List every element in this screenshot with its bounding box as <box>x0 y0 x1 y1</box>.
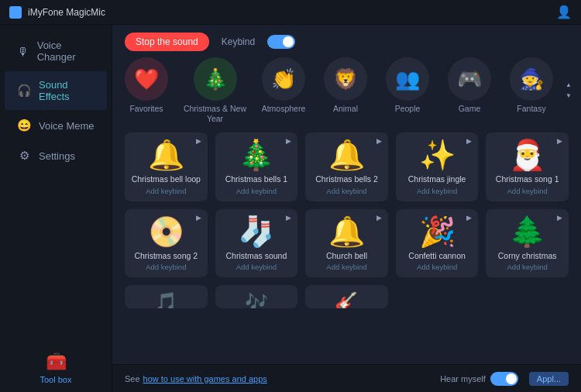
christmas-bell-loop-emoji: 🔔 <box>148 140 184 170</box>
christmas-sound-keybind[interactable]: Add keybind <box>236 263 277 271</box>
sound-card-partial-0[interactable]: 🎵 <box>125 285 208 308</box>
christmas-bell-loop-keybind[interactable]: Add keybind <box>146 187 186 195</box>
christmas-jingle-keybind[interactable]: Add keybind <box>417 187 457 195</box>
christmas-song-2-emoji: 📀 <box>148 217 184 246</box>
sidebar-item-sound-effects[interactable]: 🎧 Sound Effects <box>5 71 107 110</box>
sound-card-partial-1[interactable]: 🎶 <box>215 285 298 308</box>
sidebar-item-label: Voice Changer <box>37 40 95 63</box>
sound-card-corny-christmas[interactable]: ▶ 🌲 Corny christmas Add keybind <box>486 209 569 278</box>
people-icon: 👥 <box>386 57 429 101</box>
confetti-cannon-emoji: 🎉 <box>419 217 456 246</box>
top-bar: Stop the sound Keybind <box>112 25 581 57</box>
user-icon[interactable]: 👤 <box>556 5 572 19</box>
people-label: People <box>395 104 421 114</box>
church-bell-keybind[interactable]: Add keybind <box>326 263 366 271</box>
sidebar-item-voice-meme[interactable]: 😄 Voice Meme <box>5 111 107 140</box>
sound-card-confetti-cannon[interactable]: ▶ 🎉 Confetti cannon Add keybind <box>396 209 479 278</box>
christmas-label: Christmas & New Year <box>180 104 249 123</box>
confetti-cannon-name: Confetti cannon <box>408 251 466 262</box>
sidebar: 🎙 Voice Changer 🎧 Sound Effects 😄 Voice … <box>0 25 112 392</box>
voice-changer-icon: 🎙 <box>17 45 29 58</box>
hear-myself-toggle[interactable] <box>490 372 518 386</box>
sidebar-item-label: Sound Effects <box>39 79 95 102</box>
settings-icon: ⚙ <box>17 149 31 163</box>
christmas-bells-1-keybind[interactable]: Add keybind <box>236 187 277 195</box>
sidebar-item-voice-changer[interactable]: 🎙 Voice Changer <box>5 32 107 70</box>
christmas-bells-2-name: Christmas bells 2 <box>315 174 378 185</box>
scroll-down-arrow[interactable]: ▼ <box>562 91 575 101</box>
christmas-song-2-name: Christmas song 2 <box>134 251 198 262</box>
sound-card-christmas-sound[interactable]: ▶ 🧦 Christmas sound Add keybind <box>215 209 298 278</box>
stop-sound-button[interactable]: Stop the sound <box>125 33 209 51</box>
christmas-jingle-name: Christmas jingle <box>408 174 466 185</box>
christmas-bells-1-emoji: 🎄 <box>238 140 274 170</box>
main-layout: 🎙 Voice Changer 🎧 Sound Effects 😄 Voice … <box>0 25 581 392</box>
play-indicator: ▶ <box>286 137 291 145</box>
sound-grid-container: ▶ 🔔 Christmas bell loop Add keybind ▶ 🎄 … <box>112 129 581 364</box>
christmas-song-1-emoji: 🎅 <box>509 140 545 170</box>
christmas-song-1-keybind[interactable]: Add keybind <box>507 187 548 195</box>
christmas-sound-name: Christmas sound <box>226 251 287 262</box>
how-to-use-link[interactable]: how to use with games and apps <box>143 374 267 383</box>
toolbox-label: Tool box <box>40 375 72 384</box>
apply-button[interactable]: Appl... <box>529 372 569 386</box>
category-animal[interactable]: 🦁Animal <box>318 57 373 123</box>
category-game[interactable]: 🎮Game <box>442 57 497 123</box>
atmosphere-icon: 👏 <box>262 57 305 101</box>
title-bar: iMyFone MagicMic 👤 <box>0 0 581 25</box>
fantasy-icon: 🧙 <box>510 57 553 101</box>
game-icon: 🎮 <box>448 57 491 101</box>
confetti-cannon-keybind[interactable]: Add keybind <box>417 263 457 271</box>
content-area: Stop the sound Keybind ❤️Favorites🎄Chris… <box>112 25 581 392</box>
sidebar-item-label: Voice Meme <box>39 120 95 132</box>
christmas-bells-2-keybind[interactable]: Add keybind <box>326 187 366 195</box>
category-area: ❤️Favorites🎄Christmas & New Year👏Atmosph… <box>112 57 581 129</box>
christmas-bells-1-name: Christmas bells 1 <box>225 174 288 185</box>
scroll-arrows: ▲ ▼ <box>562 81 575 101</box>
christmas-song-1-name: Christmas song 1 <box>496 174 559 185</box>
category-favorites[interactable]: ❤️Favorites <box>119 57 174 123</box>
sound-card-christmas-jingle[interactable]: ▶ ✨ Christmas jingle Add keybind <box>396 132 479 201</box>
category-atmosphere[interactable]: 👏Atmosphere <box>256 57 311 123</box>
keybind-toggle[interactable] <box>267 35 295 49</box>
corny-christmas-name: Corny christmas <box>498 251 557 262</box>
see-text: See <box>125 374 140 383</box>
sound-card-partial-2[interactable]: 🎸 <box>305 285 388 308</box>
favorites-label: Favorites <box>129 104 163 114</box>
category-christmas[interactable]: 🎄Christmas & New Year <box>180 57 249 123</box>
christmas-sound-emoji: 🧦 <box>238 217 274 246</box>
app-icon <box>9 6 22 19</box>
category-fantasy[interactable]: 🧙Fantasy <box>504 57 559 123</box>
sound-card-church-bell[interactable]: ▶ 🔔 Church bell Add keybind <box>305 209 388 278</box>
sound-card-christmas-song-2[interactable]: ▶ 📀 Christmas song 2 Add keybind <box>125 209 208 278</box>
play-indicator: ▶ <box>376 214 382 222</box>
christmas-icon: 🎄 <box>194 57 237 101</box>
favorites-icon: ❤️ <box>125 57 168 101</box>
animal-label: Animal <box>333 104 358 114</box>
fantasy-label: Fantasy <box>517 104 545 114</box>
corny-christmas-emoji: 🌲 <box>509 217 545 246</box>
play-indicator: ▶ <box>557 137 562 145</box>
christmas-song-2-keybind[interactable]: Add keybind <box>146 263 186 271</box>
scroll-up-arrow[interactable]: ▲ <box>562 81 575 90</box>
app-title: iMyFone MagicMic <box>28 7 105 18</box>
sidebar-item-label: Settings <box>39 150 75 162</box>
play-indicator: ▶ <box>376 137 382 145</box>
categories-scroll: ❤️Favorites🎄Christmas & New Year👏Atmosph… <box>119 57 559 123</box>
hear-myself-label: Hear myself <box>440 374 486 383</box>
category-people[interactable]: 👥People <box>380 57 435 123</box>
sound-card-christmas-bell-loop[interactable]: ▶ 🔔 Christmas bell loop Add keybind <box>125 132 208 201</box>
play-indicator: ▶ <box>196 214 201 222</box>
corny-christmas-keybind[interactable]: Add keybind <box>507 263 548 271</box>
atmosphere-label: Atmosphere <box>262 104 306 114</box>
toolbox-icon: 🧰 <box>46 352 67 372</box>
christmas-bell-loop-name: Christmas bell loop <box>132 174 201 185</box>
play-indicator: ▶ <box>557 214 562 222</box>
sound-card-christmas-bells-1[interactable]: ▶ 🎄 Christmas bells 1 Add keybind <box>215 132 298 201</box>
sidebar-item-settings[interactable]: ⚙ Settings <box>5 141 107 170</box>
sound-card-christmas-song-1[interactable]: ▶ 🎅 Christmas song 1 Add keybind <box>486 132 569 201</box>
toolbox-button[interactable]: 🧰 Tool box <box>0 344 112 392</box>
play-indicator: ▶ <box>466 214 472 222</box>
sound-card-christmas-bells-2[interactable]: ▶ 🔔 Christmas bells 2 Add keybind <box>305 132 388 201</box>
bottom-bar: See how to use with games and apps Hear … <box>112 364 581 392</box>
